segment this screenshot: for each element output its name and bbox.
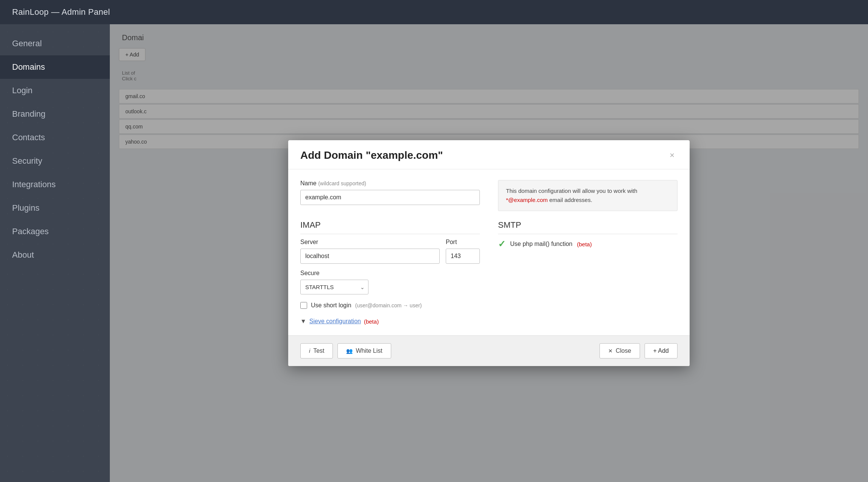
smtp-php-mail-label: Use php mail() function — [510, 241, 573, 247]
imap-server-input[interactable] — [300, 249, 440, 264]
smtp-section: SMTP ✓ Use php mail() function (beta) — [498, 211, 678, 325]
sidebar-item-label: Plugins — [12, 203, 39, 213]
info-text-before: This domain configuration will allow you… — [506, 188, 637, 194]
sidebar-item-login[interactable]: Login — [0, 79, 110, 102]
add-domain-modal: Add Domain "example.com" × Name (wildcar… — [288, 140, 690, 366]
sidebar-item-label: About — [12, 250, 34, 260]
secure-field: Secure None SSL/TLS STARTTLS ⌄ — [300, 270, 480, 294]
whitelist-button[interactable]: 👥 White List — [337, 343, 391, 358]
whitelist-button-label: White List — [356, 347, 382, 354]
sidebar-item-label: Branding — [12, 109, 45, 119]
smtp-section-header: SMTP — [498, 220, 678, 234]
close-button[interactable]: ✕ Close — [599, 343, 640, 358]
sidebar-item-label: Login — [12, 86, 33, 95]
modal-top-columns: Name (wildcard supported) This domain co… — [300, 180, 678, 211]
test-button[interactable]: i Test — [300, 343, 333, 358]
sidebar-item-label: Contacts — [12, 133, 45, 142]
checkmark-icon: ✓ — [498, 239, 506, 249]
sidebar-item-security[interactable]: Security — [0, 149, 110, 173]
sidebar-item-label: General — [12, 39, 42, 49]
sidebar-item-general[interactable]: General — [0, 32, 110, 55]
sidebar-item-label: Integrations — [12, 180, 56, 189]
main-content: Domai + Add List of Click c gmail.co out… — [110, 24, 868, 482]
port-label: Port — [446, 239, 480, 246]
sidebar: General Domains Login Branding Contacts … — [0, 24, 110, 482]
sidebar-item-domains[interactable]: Domains — [0, 55, 110, 79]
server-port-row: Server Port — [300, 239, 480, 264]
sidebar-item-label: Packages — [12, 227, 49, 236]
name-input[interactable] — [300, 190, 480, 205]
imap-port-input[interactable] — [446, 249, 480, 264]
smtp-beta-label: (beta) — [577, 241, 592, 247]
sidebar-item-contacts[interactable]: Contacts — [0, 126, 110, 149]
sidebar-item-label: Security — [12, 156, 42, 166]
short-login-hint: (user@domain.com → user) — [355, 302, 422, 308]
server-field: Server — [300, 239, 440, 264]
modal-name-section: Name (wildcard supported) — [300, 180, 480, 211]
name-hint: (wildcard supported) — [318, 180, 366, 186]
short-login-row: Use short login (user@domain.com → user) — [300, 302, 480, 309]
modal-header: Add Domain "example.com" × — [288, 140, 690, 169]
info-box: This domain configuration will allow you… — [498, 180, 678, 211]
modal-title: Add Domain "example.com" — [300, 149, 443, 161]
modal-info-box: This domain configuration will allow you… — [498, 180, 678, 211]
sidebar-item-about[interactable]: About — [0, 243, 110, 267]
modal-footer: i Test 👥 White List ✕ Close — [288, 335, 690, 366]
sieve-row: ▼ Sieve configuration (beta) — [300, 318, 480, 325]
test-button-label: Test — [313, 347, 324, 354]
add-button[interactable]: + Add — [645, 343, 678, 358]
imap-smtp-row: IMAP Server Port — [300, 211, 678, 325]
secure-label: Secure — [300, 270, 480, 277]
users-icon: 👥 — [346, 348, 353, 354]
short-login-checkbox[interactable] — [300, 302, 307, 309]
sieve-config-link[interactable]: Sieve configuration — [309, 318, 361, 325]
smtp-php-mail-row: ✓ Use php mail() function (beta) — [498, 239, 678, 249]
close-button-label: Close — [616, 347, 631, 354]
modal-overlay: Add Domain "example.com" × Name (wildcar… — [110, 24, 868, 482]
info-accent: *@example.com — [506, 197, 548, 203]
sidebar-item-label: Domains — [12, 62, 45, 72]
main-layout: General Domains Login Branding Contacts … — [0, 24, 868, 482]
imap-section: IMAP Server Port — [300, 211, 480, 325]
secure-select-wrapper: None SSL/TLS STARTTLS ⌄ — [300, 280, 368, 294]
info-text-after: email addresses. — [548, 197, 592, 203]
add-button-label: + Add — [653, 347, 669, 354]
modal-close-button[interactable]: × — [667, 150, 678, 161]
short-login-label: Use short login — [311, 302, 351, 309]
sidebar-item-plugins[interactable]: Plugins — [0, 196, 110, 220]
name-field-label: Name (wildcard supported) — [300, 180, 480, 187]
sieve-filter-icon: ▼ — [300, 318, 306, 325]
secure-select[interactable]: None SSL/TLS STARTTLS — [300, 280, 368, 294]
footer-left-buttons: i Test 👥 White List — [300, 343, 391, 358]
server-label: Server — [300, 239, 440, 246]
footer-right-buttons: ✕ Close + Add — [599, 343, 678, 358]
sieve-beta-label: (beta) — [364, 318, 379, 325]
imap-section-header: IMAP — [300, 220, 480, 234]
app-title: RainLoop — Admin Panel — [12, 7, 110, 17]
sidebar-item-branding[interactable]: Branding — [0, 102, 110, 126]
header-bar: RainLoop — Admin Panel — [0, 0, 868, 24]
port-field: Port — [446, 239, 480, 264]
sidebar-item-integrations[interactable]: Integrations — [0, 173, 110, 196]
modal-body: Name (wildcard supported) This domain co… — [288, 169, 690, 335]
sidebar-item-packages[interactable]: Packages — [0, 220, 110, 243]
close-icon: ✕ — [608, 348, 613, 354]
info-icon: i — [309, 348, 310, 354]
